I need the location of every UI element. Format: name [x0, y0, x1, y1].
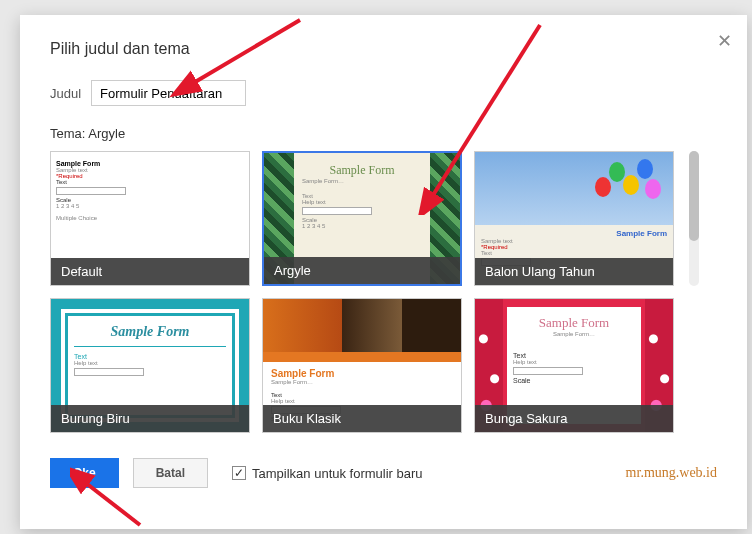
preview-input [74, 368, 144, 376]
books-image [263, 299, 461, 352]
preview-title: Sample Form [56, 160, 244, 167]
theme-caption: Argyle [264, 257, 460, 284]
balloon-sky [475, 152, 673, 225]
preview-input [513, 367, 583, 375]
theme-caption: Burung Biru [51, 405, 249, 432]
orange-bar [263, 352, 461, 362]
ok-button[interactable]: Oke [50, 458, 119, 488]
preview-title: Sample Form [271, 368, 453, 379]
judul-input[interactable] [91, 80, 246, 106]
preview-sub: Sample Form… [302, 178, 422, 184]
preview-title: Sample Form [481, 229, 667, 238]
preview-help: Help text [271, 398, 453, 404]
dialog-title: Pilih judul dan tema [50, 40, 717, 58]
close-icon[interactable]: ✕ [717, 30, 732, 52]
dialog-footer: Oke Batal ✓ Tampilkan untuk formulir bar… [50, 458, 717, 488]
preview-title: Sample Form [74, 324, 226, 340]
themes-area: Sample Form Sample text *Required Text S… [50, 151, 717, 433]
themes-scrollbar[interactable] [689, 151, 699, 286]
preview-input [56, 187, 126, 195]
judul-row: Judul [50, 80, 717, 106]
judul-label: Judul [50, 86, 81, 101]
preview-scale-nums: 1 2 3 4 5 [56, 203, 244, 209]
theme-caption: Bunga Sakura [475, 405, 673, 432]
preview-scale-nums: 1 2 3 4 5 [302, 223, 422, 229]
theme-caption: Balon Ulang Tahun [475, 258, 673, 285]
theme-caption: Buku Klasik [263, 405, 461, 432]
preview-input [302, 207, 372, 215]
preview-sub: Sample Form… [271, 379, 453, 385]
preview-title: Sample Form [302, 163, 422, 178]
preview-text-label: Text [56, 179, 244, 185]
theme-card-buku[interactable]: Sample Form Sample Form… Text Help text … [262, 298, 462, 433]
preview-help: Help text [513, 359, 635, 365]
preview-help: Help text [74, 360, 226, 366]
theme-caption: Default [51, 258, 249, 285]
theme-card-argyle[interactable]: Sample Form Sample Form… Text Help text … [262, 151, 462, 286]
burung-inner: Sample Form Text Help text [65, 313, 235, 418]
theme-card-burung[interactable]: Sample Form Text Help text Burung Biru [50, 298, 250, 433]
theme-dialog: ✕ Pilih judul dan tema Judul Tema: Argyl… [20, 15, 747, 529]
theme-card-bunga[interactable]: Sample Form Sample Form… Text Help text … [474, 298, 674, 433]
preview-help: Help text [302, 199, 422, 205]
theme-card-default[interactable]: Sample Form Sample text *Required Text S… [50, 151, 250, 286]
preview-text-label: Text [481, 250, 667, 256]
preview-title: Sample Form [513, 315, 635, 331]
preview-text-label: Text [74, 353, 226, 360]
tema-label: Tema: Argyle [50, 126, 717, 141]
tema-selected-name: Argyle [88, 126, 125, 141]
watermark-text: mr.mung.web.id [626, 465, 717, 481]
scrollbar-thumb[interactable] [689, 151, 699, 241]
preview-sub: Sample Form… [513, 331, 635, 337]
checkbox-icon: ✓ [232, 466, 246, 480]
preview-mc: Multiple Choice [56, 215, 244, 221]
cancel-button[interactable]: Batal [133, 458, 208, 488]
balloons-icon [595, 157, 665, 217]
tema-label-prefix: Tema: [50, 126, 85, 141]
theme-card-balon[interactable]: Sample Form Sample text *Required Text B… [474, 151, 674, 286]
preview-text-label: Text [513, 352, 635, 359]
themes-grid: Sample Form Sample text *Required Text S… [50, 151, 674, 433]
show-for-new-checkbox[interactable]: ✓ Tampilkan untuk formulir baru [232, 466, 423, 481]
checkbox-label: Tampilkan untuk formulir baru [252, 466, 423, 481]
preview-scale-label: Scale [513, 377, 635, 384]
